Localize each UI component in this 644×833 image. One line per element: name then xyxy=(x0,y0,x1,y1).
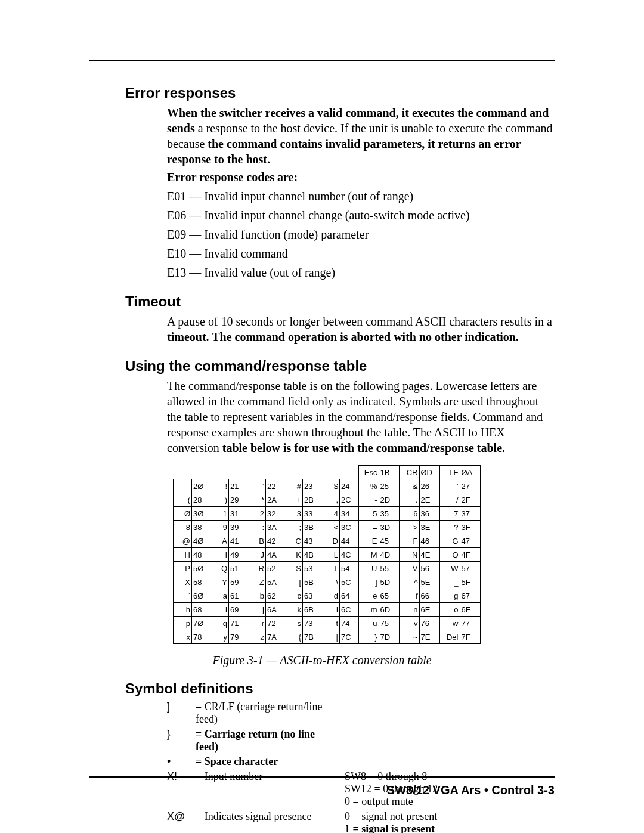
symbol-value-line: 0 = output mute xyxy=(345,795,555,808)
ascii-hex-cell: 3F xyxy=(460,521,480,534)
ascii-char-cell: B xyxy=(247,534,266,548)
ascii-header-spacer xyxy=(210,466,229,479)
ascii-char-cell: [ xyxy=(284,575,303,589)
ascii-hex-cell: 7Ø xyxy=(192,617,210,630)
ascii-hex-cell: 2E xyxy=(419,493,439,507)
ascii-char-cell: a xyxy=(210,589,229,603)
ascii-hex-cell: 39 xyxy=(229,521,247,534)
ascii-header-spacer xyxy=(284,466,303,479)
symbol-glyph: X@ xyxy=(167,810,190,823)
ascii-hex-cell: 62 xyxy=(266,589,284,603)
ascii-char-cell: q xyxy=(210,617,229,630)
ascii-hex-cell: 66 xyxy=(419,589,439,603)
ascii-char-cell: S xyxy=(284,562,303,575)
ascii-char-cell: % xyxy=(358,479,379,493)
ascii-char-cell: = xyxy=(358,521,379,534)
ascii-hex-cell: 75 xyxy=(379,617,399,630)
ascii-char-cell: ] xyxy=(358,575,379,589)
ascii-hex-cell: 6B xyxy=(303,603,321,617)
ascii-hex-cell: 52 xyxy=(266,562,284,575)
ascii-hex-cell: 45 xyxy=(379,534,399,548)
ascii-char-cell: \ xyxy=(321,575,340,589)
ascii-hex-cell: 7D xyxy=(379,630,399,644)
ascii-hex-cell: 68 xyxy=(192,603,210,617)
ascii-hex-cell: 26 xyxy=(419,479,439,493)
ascii-hex-cell: 4B xyxy=(303,548,321,562)
error-code-line: E01 — Invalid input channel number (out … xyxy=(167,188,555,204)
ascii-char-cell: D xyxy=(321,534,340,548)
symbol-def-row: }= Carriage return (no line feed) xyxy=(167,728,555,753)
ascii-char-cell: c xyxy=(284,589,303,603)
ascii-char-cell: Del xyxy=(439,630,460,644)
ascii-char-cell: e xyxy=(358,589,379,603)
ascii-char-cell: C xyxy=(284,534,303,548)
error-codes-label: Error response codes are: xyxy=(167,169,555,185)
ascii-hex-cell: 41 xyxy=(229,534,247,548)
ascii-hex-cell: 4F xyxy=(460,548,480,562)
ascii-hex-cell: 6A xyxy=(266,603,284,617)
symbol-desc: = Indicates signal presence xyxy=(196,810,339,823)
ascii-char-cell: R xyxy=(247,562,266,575)
heading-using-table: Using the command/response table xyxy=(125,358,555,374)
heading-symbol-defs: Symbol definitions xyxy=(125,680,555,697)
err-intro-bold2: the command contains invalid parameters,… xyxy=(167,137,521,166)
ascii-char-cell: H xyxy=(174,548,192,562)
ascii-hex-cell: 67 xyxy=(460,589,480,603)
error-code-line: E06 — Invalid input channel change (auto… xyxy=(167,208,555,223)
ascii-hex-cell: 2A xyxy=(266,493,284,507)
ascii-hex-cell: 63 xyxy=(303,589,321,603)
ascii-header-cell: 1B xyxy=(379,466,399,479)
ascii-hex-cell: 25 xyxy=(379,479,399,493)
ascii-hex-cell: 33 xyxy=(303,507,321,521)
ascii-char-cell: A xyxy=(210,534,229,548)
ascii-char-cell: { xyxy=(284,630,303,644)
ascii-char-cell: o xyxy=(439,603,460,617)
ascii-char-cell: 4 xyxy=(321,507,340,521)
ascii-char-cell: m xyxy=(358,603,379,617)
ascii-char-cell: > xyxy=(399,521,419,534)
ascii-char-cell: r xyxy=(247,617,266,630)
ascii-hex-cell: 31 xyxy=(229,507,247,521)
ascii-char-cell: $ xyxy=(321,479,340,493)
ascii-header-spacer xyxy=(266,466,284,479)
ascii-char-cell: M xyxy=(358,548,379,562)
ascii-char-cell: ; xyxy=(284,521,303,534)
ascii-hex-cell: 6Ø xyxy=(192,589,210,603)
ascii-hex-cell: 6E xyxy=(419,603,439,617)
ascii-char-cell: . xyxy=(399,493,419,507)
ascii-hex-cell: 4E xyxy=(419,548,439,562)
ascii-hex-cell: 4Ø xyxy=(192,534,210,548)
error-code-line: E13 — Invalid value (out of range) xyxy=(167,265,555,280)
ascii-char-cell: 9 xyxy=(210,521,229,534)
ascii-char-cell: Q xyxy=(210,562,229,575)
ascii-char-cell: E xyxy=(358,534,379,548)
error-codes-list: E01 — Invalid input channel number (out … xyxy=(167,188,555,280)
ascii-hex-cell: 22 xyxy=(266,479,284,493)
ascii-header-spacer xyxy=(340,466,359,479)
ascii-char-cell: " xyxy=(247,479,266,493)
ascii-char-cell: Ø xyxy=(174,507,192,521)
ascii-hex-cell: 6F xyxy=(460,603,480,617)
ascii-hex-cell: 78 xyxy=(192,630,210,644)
ascii-char-cell: 8 xyxy=(174,521,192,534)
page-footer: SW8/12 VGA Ars • Control 3-3 xyxy=(89,776,555,797)
ascii-char-cell xyxy=(174,479,192,493)
symbol-glyph: } xyxy=(167,728,190,741)
ascii-header-spacer xyxy=(229,466,247,479)
ascii-hex-cell: 2D xyxy=(379,493,399,507)
ascii-hex-cell: 61 xyxy=(229,589,247,603)
ascii-hex-cell: 48 xyxy=(192,548,210,562)
symbol-desc: = CR/LF (carriage return/line feed) xyxy=(196,701,339,726)
ascii-char-cell: f xyxy=(399,589,419,603)
ascii-char-cell: g xyxy=(439,589,460,603)
ascii-hex-cell: 59 xyxy=(229,575,247,589)
ascii-hex-cell: 34 xyxy=(340,507,359,521)
ascii-hex-cell: 47 xyxy=(460,534,480,548)
ascii-hex-cell: 7A xyxy=(266,630,284,644)
symbol-glyph: • xyxy=(167,755,190,768)
ascii-hex-cell: 53 xyxy=(303,562,321,575)
ascii-char-cell: W xyxy=(439,562,460,575)
ascii-hex-cell: 32 xyxy=(266,507,284,521)
ascii-hex-cell: 37 xyxy=(460,507,480,521)
ascii-char-cell: p xyxy=(174,617,192,630)
